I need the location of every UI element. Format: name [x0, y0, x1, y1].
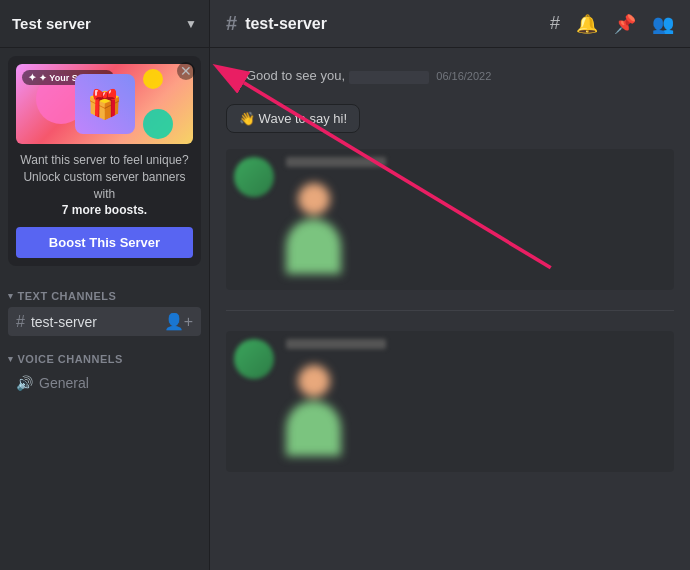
- boost-card-description: Want this server to feel unique? Unlock …: [16, 152, 193, 219]
- speaker-icon: 🔊: [16, 375, 33, 391]
- channel-title-area: # test-server: [226, 12, 327, 35]
- person-figure-2: [286, 357, 386, 464]
- main-content: ✕ ✦ ✦ Your Server ▾ 🎁 Want this server t…: [0, 48, 690, 570]
- wave-button[interactable]: 👋 Wave to say hi!: [226, 104, 674, 133]
- avatar-2: [234, 339, 274, 379]
- hash-channel-icon: #: [16, 313, 25, 331]
- voice-channel-name: General: [39, 375, 89, 391]
- username-blur-1: [286, 157, 386, 167]
- wave-label[interactable]: 👋 Wave to say hi!: [226, 104, 360, 133]
- welcome-timestamp: 06/16/2022: [436, 70, 491, 82]
- text-channels-header[interactable]: ▾ TEXT CHANNELS: [0, 274, 209, 306]
- channel-hash-icon: #: [226, 12, 237, 35]
- stars-icon: ✦: [28, 72, 36, 83]
- add-member-icon[interactable]: 👤+: [164, 312, 193, 331]
- boost-art: 🎁: [75, 74, 135, 134]
- welcome-username-blur: [349, 71, 429, 84]
- pin-icon[interactable]: 📌: [614, 13, 636, 35]
- message-content-2: [286, 339, 666, 464]
- server-name: Test server: [12, 15, 91, 32]
- message-row-1: [226, 149, 674, 290]
- chevron-down-icon: ▼: [185, 17, 197, 31]
- channel-item-test-server[interactable]: # test-server 👤+: [8, 307, 201, 336]
- boost-highlight: 7 more boosts.: [62, 203, 147, 217]
- username-blur-2: [286, 339, 386, 349]
- channel-item-name: test-server: [31, 314, 158, 330]
- channel-name: test-server: [245, 15, 327, 33]
- boost-card-close-button[interactable]: ✕: [177, 62, 195, 80]
- message-separator: [226, 310, 674, 311]
- welcome-message: ➜ Good to see you, 06/16/2022: [226, 64, 674, 88]
- chat-messages: ➜ Good to see you, 06/16/2022 👋 Wave to …: [210, 48, 690, 570]
- bell-icon[interactable]: 🔔: [576, 13, 598, 35]
- voice-caret-icon: ▾: [8, 354, 14, 364]
- boost-card: ✕ ✦ ✦ Your Server ▾ 🎁 Want this server t…: [8, 56, 201, 266]
- hash-icon[interactable]: #: [550, 13, 560, 34]
- welcome-arrow-icon: ➜: [226, 68, 238, 84]
- channel-header: # test-server # 🔔 📌 👥: [210, 0, 690, 47]
- voice-channel-general[interactable]: 🔊 General: [8, 370, 201, 396]
- person-figure-1: [286, 175, 386, 282]
- boost-card-image: ✦ ✦ Your Server ▾ 🎁: [16, 64, 193, 144]
- message-row-2: [226, 331, 674, 472]
- voice-channels-header[interactable]: ▾ VOICE CHANNELS: [0, 337, 209, 369]
- welcome-text: Good to see you, 06/16/2022: [246, 68, 491, 83]
- sidebar: ✕ ✦ ✦ Your Server ▾ 🎁 Want this server t…: [0, 48, 210, 570]
- chat-area: ➜ Good to see you, 06/16/2022 👋 Wave to …: [210, 48, 690, 570]
- boost-server-button[interactable]: Boost This Server: [16, 227, 193, 258]
- top-bar: Test server ▼ # test-server # 🔔 📌 👥: [0, 0, 690, 48]
- members-icon[interactable]: 👥: [652, 13, 674, 35]
- avatar-1: [234, 157, 274, 197]
- header-icons: # 🔔 📌 👥: [550, 13, 674, 35]
- server-header[interactable]: Test server ▼: [0, 0, 210, 47]
- message-content-1: [286, 157, 666, 282]
- text-caret-icon: ▾: [8, 291, 14, 301]
